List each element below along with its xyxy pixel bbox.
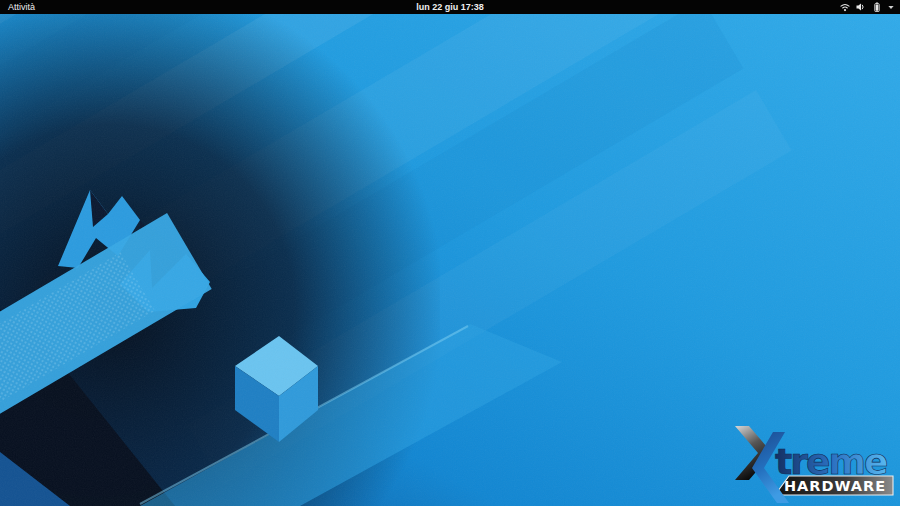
top-bar: Attività lun 22 giu 17:38 — [0, 0, 900, 14]
logo-hardware-text: HARDWARE — [784, 478, 886, 494]
logo-treme-text: treme — [775, 441, 887, 482]
wifi-icon — [840, 2, 850, 12]
xtreme-hardware-logo: treme HARDWARE — [727, 423, 899, 505]
system-status-area[interactable] — [834, 0, 900, 14]
desktop[interactable]: treme HARDWARE — [0, 14, 900, 506]
activities-button[interactable]: Attività — [0, 0, 43, 14]
clock[interactable]: lun 22 giu 17:38 — [0, 0, 900, 14]
battery-icon — [872, 2, 882, 12]
volume-icon — [856, 2, 866, 12]
menu-arrow-icon — [888, 5, 894, 10]
